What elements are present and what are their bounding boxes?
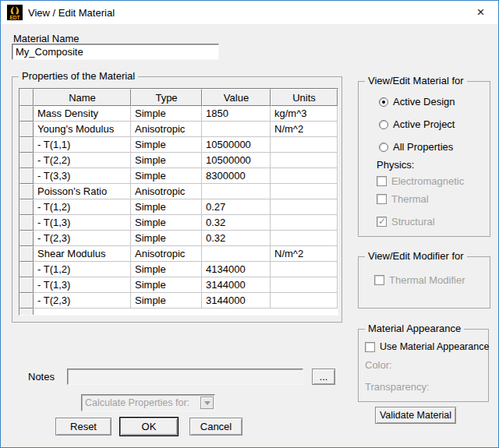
cell-type[interactable]: Anisotropic xyxy=(131,184,202,199)
cell-type[interactable]: Simple xyxy=(131,168,202,184)
row-selector[interactable] xyxy=(19,199,34,215)
cell-name[interactable]: - T(1,1) xyxy=(34,137,131,153)
cell-type[interactable]: Simple xyxy=(131,231,202,246)
cell-value[interactable]: 10500000 xyxy=(202,153,271,168)
row-selector[interactable] xyxy=(19,262,34,277)
reset-button[interactable]: Reset xyxy=(55,418,111,436)
cell-value[interactable]: 0.32 xyxy=(202,231,271,246)
row-selector[interactable] xyxy=(19,277,34,293)
row-selector[interactable] xyxy=(19,106,34,122)
row-selector[interactable] xyxy=(19,137,34,153)
close-button[interactable]: × xyxy=(463,1,498,23)
row-selector[interactable] xyxy=(19,168,34,184)
column-header-type[interactable]: Type xyxy=(131,89,202,106)
checkbox-label: Thermal Modifier xyxy=(389,274,465,286)
cell-name[interactable]: Mass Density xyxy=(34,106,131,122)
cell-units[interactable] xyxy=(271,277,338,293)
cell-value[interactable]: 10500000 xyxy=(202,137,271,153)
row-selector[interactable] xyxy=(19,246,34,262)
cell-type[interactable]: Simple xyxy=(131,277,202,293)
row-selector[interactable] xyxy=(19,184,34,199)
properties-group-label: Properties of the Material xyxy=(19,71,138,82)
cell-name[interactable]: Shear Modulus xyxy=(34,246,131,262)
corner-selector-cell[interactable] xyxy=(19,89,34,106)
row-selector[interactable] xyxy=(19,215,34,231)
row-selector[interactable] xyxy=(19,231,34,246)
checkbox-icon xyxy=(377,176,387,186)
checkbox-label: Structural xyxy=(391,216,435,228)
titlebar[interactable]: EDT View / Edit Material × xyxy=(1,1,498,24)
cell-units[interactable]: N/m^2 xyxy=(271,246,338,262)
column-header-name[interactable]: Name xyxy=(34,89,131,106)
cell-value[interactable]: 8300000 xyxy=(202,168,271,184)
properties-group: Properties of the Material Name Type Val… xyxy=(12,76,342,323)
cell-type[interactable]: Simple xyxy=(131,262,202,277)
ok-button-label: OK xyxy=(142,421,157,432)
material-name-input[interactable] xyxy=(12,44,219,60)
checkbox-use-material-appearance[interactable]: Use Material Appearance xyxy=(365,341,489,352)
cell-type[interactable]: Simple xyxy=(131,153,202,168)
cell-value[interactable] xyxy=(202,246,271,262)
radio-active-project[interactable]: Active Project xyxy=(379,118,455,130)
cell-value[interactable]: 3144000 xyxy=(202,293,271,309)
material-name-label: Material Name xyxy=(13,33,80,44)
cell-value[interactable] xyxy=(202,122,271,137)
cell-units[interactable]: N/m^2 xyxy=(271,122,338,137)
cell-units[interactable] xyxy=(271,137,338,153)
cell-value[interactable]: 1850 xyxy=(202,106,271,122)
table-row: Mass Density Simple 1850 kg/m^3 xyxy=(19,106,338,122)
cell-units[interactable]: kg/m^3 xyxy=(271,106,338,122)
cell-value[interactable]: 4134000 xyxy=(202,262,271,277)
notes-browse-button[interactable]: ... xyxy=(312,369,335,385)
ok-button[interactable]: OK xyxy=(120,418,178,436)
cancel-button[interactable]: Cancel xyxy=(189,418,242,436)
cell-type[interactable]: Anisotropic xyxy=(131,122,202,137)
column-header-units[interactable]: Units xyxy=(271,89,338,106)
row-selector[interactable] xyxy=(19,293,34,309)
cell-value[interactable] xyxy=(202,184,271,199)
table-row: - T(1,2) Simple 4134000 xyxy=(19,262,338,277)
cell-type[interactable]: Simple xyxy=(131,106,202,122)
radio-active-design[interactable]: Active Design xyxy=(379,96,455,108)
cell-units[interactable] xyxy=(271,153,338,168)
cell-name[interactable]: - T(3,3) xyxy=(34,168,131,184)
cell-type[interactable]: Anisotropic xyxy=(131,246,202,262)
cell-value[interactable]: 0.27 xyxy=(202,199,271,215)
dialog-content: Material Name Properties of the Material… xyxy=(1,24,498,447)
radio-all-properties[interactable]: All Properties xyxy=(379,141,453,153)
validate-material-button[interactable]: Validate Material xyxy=(375,407,456,424)
cell-type[interactable]: Simple xyxy=(131,199,202,215)
cell-type[interactable]: Simple xyxy=(131,293,202,309)
cell-name[interactable]: Young's Modulus xyxy=(34,122,131,137)
cell-type[interactable]: Simple xyxy=(131,137,202,153)
empty-cell xyxy=(34,309,338,316)
cell-name[interactable]: - T(1,2) xyxy=(34,199,131,215)
radio-label: Active Project xyxy=(393,118,455,130)
cell-units[interactable] xyxy=(271,184,338,199)
cell-name[interactable]: - T(1,3) xyxy=(34,215,131,231)
cell-units[interactable] xyxy=(271,199,338,215)
cell-units[interactable] xyxy=(271,293,338,309)
cell-name[interactable]: - T(2,3) xyxy=(34,293,131,309)
cell-name[interactable]: - T(1,2) xyxy=(34,262,131,277)
column-header-value[interactable]: Value xyxy=(202,89,271,106)
cell-units[interactable] xyxy=(271,168,338,184)
row-selector[interactable] xyxy=(19,122,34,137)
cell-units[interactable] xyxy=(271,231,338,246)
row-selector[interactable] xyxy=(19,153,34,168)
row-selector[interactable] xyxy=(19,309,34,316)
notes-input[interactable] xyxy=(67,369,303,385)
cell-name[interactable]: - T(2,3) xyxy=(34,231,131,246)
view-edit-material-group-label: View/Edit Material for xyxy=(365,76,467,86)
cell-value[interactable]: 0.32 xyxy=(202,215,271,231)
cell-units[interactable] xyxy=(271,262,338,277)
cell-name[interactable]: - T(1,3) xyxy=(34,277,131,293)
cell-type[interactable]: Simple xyxy=(131,215,202,231)
cell-name[interactable]: Poisson's Ratio xyxy=(34,184,131,199)
app-icon: EDT xyxy=(7,5,23,20)
table-row: - T(2,3) Simple 3144000 xyxy=(19,293,338,309)
cell-units[interactable] xyxy=(271,215,338,231)
transparency-label: Transparency: xyxy=(365,381,430,393)
cell-value[interactable]: 3144000 xyxy=(202,277,271,293)
cell-name[interactable]: - T(2,2) xyxy=(34,153,131,168)
